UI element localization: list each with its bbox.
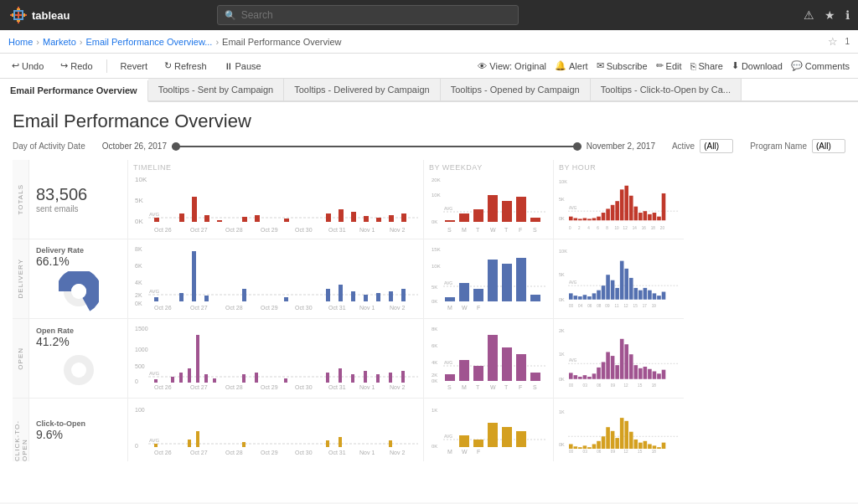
svg-text:06: 06 xyxy=(597,450,602,454)
svg-text:4: 4 xyxy=(587,226,590,230)
charts-area: TOTALS 83,506 sent emails TIMELINE 10K 5… xyxy=(13,160,845,461)
tab-delivered-by-campaign[interactable]: Tooltips - Delivered by Campaign xyxy=(284,79,440,100)
svg-rect-269 xyxy=(196,431,199,447)
svg-text:5K: 5K xyxy=(559,272,565,277)
svg-text:AVG: AVG xyxy=(569,358,577,363)
svg-text:F: F xyxy=(477,305,480,311)
active-filter-dropdown[interactable]: (All) xyxy=(700,139,733,153)
svg-text:0: 0 xyxy=(135,443,138,449)
svg-text:0K: 0K xyxy=(432,444,437,449)
date-filter-group: Day of Activity Date xyxy=(13,141,85,151)
favorite-icon[interactable]: ☆ xyxy=(828,35,838,48)
svg-rect-20 xyxy=(242,217,247,222)
alert-button[interactable]: 🔔 Alert xyxy=(555,60,588,71)
slider-fill xyxy=(172,146,581,147)
comments-button[interactable]: 💬 Comments xyxy=(791,60,850,71)
svg-text:0K: 0K xyxy=(432,219,437,224)
svg-rect-23 xyxy=(326,213,331,222)
download-button[interactable]: ⬇ Download xyxy=(731,60,783,71)
svg-text:Oct 31: Oct 31 xyxy=(328,384,346,390)
delivery-weekday-chart: 15K 10K 5K 0K AVG M W xyxy=(424,239,554,318)
svg-rect-192 xyxy=(255,373,258,383)
svg-text:Oct 28: Oct 28 xyxy=(225,384,243,390)
tab-click-to-open[interactable]: Tooltips - Click-to-Open by Ca... xyxy=(591,79,742,100)
alert-icon[interactable]: ⚠ xyxy=(804,8,814,22)
cto-row: CLICK-TO-OPEN Click-to-Open 9.6% 100 0 A… xyxy=(13,399,684,461)
comment-icon: 💬 xyxy=(791,60,803,71)
svg-rect-198 xyxy=(376,374,380,383)
svg-rect-15 xyxy=(154,218,159,222)
refresh-button[interactable]: ↻ Refresh xyxy=(161,59,210,73)
share-button[interactable]: ⎘ Share xyxy=(690,61,723,71)
svg-text:0K: 0K xyxy=(432,299,437,304)
svg-text:12: 12 xyxy=(623,226,628,230)
svg-rect-46 xyxy=(488,195,498,222)
svg-rect-47 xyxy=(502,201,512,222)
svg-text:Nov 1: Nov 1 xyxy=(359,384,375,390)
view-button[interactable]: 👁 View: Original xyxy=(478,61,546,71)
breadcrumb-marketo[interactable]: Marketo xyxy=(43,37,76,47)
svg-rect-155 xyxy=(615,288,619,300)
info-icon[interactable]: ℹ xyxy=(845,8,850,22)
redo-button[interactable]: ↪ Redo xyxy=(57,59,96,73)
svg-text:AVG: AVG xyxy=(444,360,452,365)
svg-text:S: S xyxy=(533,227,537,233)
svg-text:00: 00 xyxy=(569,304,574,308)
edit-button[interactable]: ✏ Edit xyxy=(656,60,682,71)
svg-rect-153 xyxy=(606,275,610,300)
svg-rect-152 xyxy=(602,285,606,300)
svg-rect-115 xyxy=(401,289,406,301)
breadcrumb-actions: ☆ 1 xyxy=(828,35,850,48)
tab-opened-by-campaign[interactable]: Tooltips - Opened by Campaign xyxy=(441,79,591,100)
search-input[interactable] xyxy=(241,9,511,21)
open-label-cell: OPEN xyxy=(13,319,29,398)
svg-text:M: M xyxy=(462,384,467,390)
svg-text:Oct 31: Oct 31 xyxy=(328,450,346,455)
open-pie xyxy=(59,350,99,390)
revert-button[interactable]: Revert xyxy=(117,59,151,73)
program-filter-dropdown[interactable]: (All) xyxy=(812,139,845,153)
svg-rect-252 xyxy=(648,369,652,379)
svg-rect-27 xyxy=(376,218,381,222)
star-icon[interactable]: ★ xyxy=(824,8,835,22)
cto-rate-value: 9.6% xyxy=(36,428,121,441)
svg-rect-110 xyxy=(339,285,343,301)
undo-button[interactable]: ↩ Undo xyxy=(8,59,47,73)
svg-rect-191 xyxy=(242,374,246,383)
svg-text:15: 15 xyxy=(638,450,643,454)
breadcrumb-home[interactable]: Home xyxy=(8,37,33,47)
svg-text:100: 100 xyxy=(135,407,145,413)
svg-text:00: 00 xyxy=(569,450,574,454)
tab-sent-by-campaign[interactable]: Tooltips - Sent by Campaign xyxy=(148,79,285,100)
svg-text:6K: 6K xyxy=(135,263,142,269)
slider-track[interactable] xyxy=(172,146,581,147)
svg-rect-7 xyxy=(17,20,20,22)
svg-rect-73 xyxy=(620,189,624,220)
search-bar[interactable]: 🔍 xyxy=(217,5,519,25)
svg-text:T: T xyxy=(476,384,480,390)
pause-button[interactable]: ⏸ Pause xyxy=(220,59,265,73)
logo-text: tableau xyxy=(32,9,70,22)
svg-text:Oct 31: Oct 31 xyxy=(328,227,346,233)
svg-rect-188 xyxy=(196,335,199,383)
svg-text:03: 03 xyxy=(583,450,588,454)
svg-rect-251 xyxy=(644,367,648,379)
subscribe-button[interactable]: ✉ Subscribe xyxy=(597,60,648,71)
svg-rect-29 xyxy=(401,213,406,222)
slider-thumb-right[interactable] xyxy=(573,142,581,151)
totals-metric: 83,506 sent emails xyxy=(29,160,128,239)
svg-rect-300 xyxy=(583,445,587,449)
open-metric: Open Rate 41.2% xyxy=(29,319,128,398)
svg-rect-289 xyxy=(502,427,512,447)
date-slider[interactable]: October 26, 2017 November 2, 2017 xyxy=(102,141,655,151)
svg-rect-104 xyxy=(179,293,183,301)
slider-thumb-left[interactable] xyxy=(172,142,180,151)
svg-rect-109 xyxy=(326,289,330,301)
svg-rect-66 xyxy=(587,219,592,220)
tab-email-performance[interactable]: Email Performance Overview xyxy=(0,80,148,102)
svg-rect-220 xyxy=(502,347,512,381)
svg-text:09: 09 xyxy=(605,304,610,308)
breadcrumb-overview-link[interactable]: Email Performance Overview... xyxy=(85,37,212,47)
svg-text:15: 15 xyxy=(633,304,638,308)
svg-text:Oct 27: Oct 27 xyxy=(190,384,208,390)
